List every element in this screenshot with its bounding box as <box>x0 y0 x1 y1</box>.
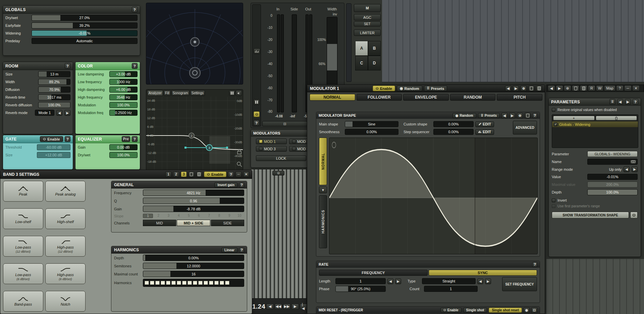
help-icon[interactable]: ? <box>65 63 70 69</box>
filter-peak-button[interactable]: Peak <box>3 181 43 202</box>
add-parameter-button[interactable]: + <box>553 116 595 120</box>
mod3-button[interactable]: MOD 3 <box>256 146 287 152</box>
width-slider[interactable]: 89.2% <box>38 79 70 85</box>
count-slider[interactable]: 1 <box>424 286 478 292</box>
help-icon[interactable]: ? <box>65 136 70 142</box>
modulator-title-bar[interactable]: MODULATOR 1 Enable ◉Random ⠿Presets ◀ ▶ … <box>307 85 545 92</box>
arrangement-grid[interactable] <box>382 0 644 82</box>
side-meter[interactable] <box>292 14 297 112</box>
gate-size-slider[interactable]: +12.00 dB <box>37 152 70 158</box>
length-slider[interactable]: 1 <box>335 278 386 284</box>
maximal-count-slider[interactable]: 16 <box>143 271 244 277</box>
advanced-button[interactable]: ADVANCED <box>513 121 537 135</box>
speaker-icon[interactable] <box>236 90 242 96</box>
name-input[interactable] <box>587 159 638 165</box>
next-icon[interactable]: ▶ <box>509 113 515 118</box>
shape-tab-normal[interactable]: NORMAL <box>319 138 327 185</box>
eq-curve-display[interactable]: 2 3 24 dB18 dB 12 dB6 dB 0 dB-6 dB -12 d… <box>146 97 243 170</box>
band-title-bar[interactable]: BAND 3 SETTINGS 1 2 3 Enable ? ─ ✕ <box>0 170 252 179</box>
lock-icon[interactable] <box>237 149 241 154</box>
keyboard-icon[interactable] <box>630 160 637 164</box>
restore-checkbox[interactable] <box>552 108 555 112</box>
reverb-diffusion-slider[interactable]: 100.0% <box>38 102 70 108</box>
copy-icon[interactable] <box>525 113 531 118</box>
filter-notch-button[interactable]: Notch <box>45 291 86 312</box>
collapsed-strip[interactable] <box>346 3 352 82</box>
paste-icon[interactable] <box>580 85 587 91</box>
next-icon[interactable]: ▶ <box>625 99 631 105</box>
map-button[interactable]: Map <box>604 85 615 91</box>
help-icon[interactable]: ? <box>132 136 138 142</box>
help-icon[interactable]: ? <box>532 113 537 118</box>
minimize-icon[interactable]: ─ <box>235 171 241 177</box>
record-button[interactable]: R <box>588 85 595 91</box>
low-frequency-slider[interactable]: 1000 Hz <box>109 79 138 85</box>
mod1-button[interactable]: ✓ MOD 1 <box>256 139 287 144</box>
slope-5[interactable]: 5 <box>184 214 194 218</box>
depth-slider[interactable]: 100.0% <box>587 189 638 195</box>
eq-pre-button[interactable]: Pre <box>122 136 130 142</box>
preset-b-button[interactable]: B <box>368 41 381 56</box>
item-checkbox[interactable]: ✓ <box>554 122 557 126</box>
semitones-slider[interactable]: 12.0000 <box>143 263 244 269</box>
presets-button[interactable]: ⠿Presets <box>424 86 447 91</box>
band-page-3[interactable]: 3 <box>181 171 187 177</box>
band-page-1[interactable]: 1 <box>165 171 171 177</box>
band-enable-button[interactable]: Enable <box>204 171 226 177</box>
minimize-icon[interactable]: ─ <box>624 85 632 91</box>
frequency-slider[interactable]: 4821 Hz <box>143 190 244 196</box>
custom-shape-slider[interactable]: 0.00% <box>433 121 474 127</box>
q-slider[interactable]: 0.96 <box>143 198 244 204</box>
slope-8[interactable]: 8 <box>214 214 224 218</box>
next-icon[interactable]: ▶ <box>632 166 638 172</box>
copy-icon[interactable] <box>572 85 579 91</box>
maximal-value-slider[interactable]: 200.0% <box>587 181 638 188</box>
help-icon[interactable]: ? <box>254 120 259 126</box>
shape-random-button[interactable]: ◉Random <box>452 113 476 118</box>
random-button[interactable]: ◉Random <box>397 86 422 91</box>
stereo-field-display[interactable] <box>146 3 243 85</box>
frequency-mode-button[interactable]: FREQUENCY <box>319 270 428 276</box>
midi-enable-button[interactable]: Enable <box>440 308 462 313</box>
gate-enable-button[interactable]: Enable <box>40 136 63 142</box>
help-icon[interactable]: ? <box>132 7 138 12</box>
source-knob[interactable] <box>191 38 199 46</box>
set-button[interactable]: SET <box>354 21 381 27</box>
copy-icon[interactable] <box>189 171 195 177</box>
band-node-3[interactable]: 3 <box>206 145 212 151</box>
dry-wet-slider[interactable]: 27.0% <box>32 15 138 21</box>
copy-icon[interactable] <box>528 86 534 91</box>
waveform-display[interactable] <box>329 138 538 254</box>
type-selector[interactable]: Straight <box>422 278 476 284</box>
mod3-checkbox[interactable] <box>259 147 263 151</box>
lock-button[interactable]: LOCK <box>256 155 306 161</box>
grid-icon[interactable]: ⠿ <box>609 99 615 105</box>
slope-3[interactable]: 3 <box>164 214 173 218</box>
eq-gain-slider[interactable]: 0.00 dB <box>109 144 138 150</box>
modulation-slider[interactable]: 100.0% <box>109 102 138 108</box>
phase-slider[interactable]: 90° (25.0%) <box>335 286 386 292</box>
channel-mid-side-button[interactable]: MID + SIDE <box>177 220 210 226</box>
help-icon[interactable]: ? <box>532 262 537 267</box>
channel-mid-button[interactable]: MID <box>143 220 176 226</box>
shape-tab-harmonics[interactable]: HARMONICS <box>319 195 327 248</box>
filter-peak-analog-button[interactable]: Peak analog <box>45 181 86 202</box>
preset-a-button[interactable]: A <box>355 41 368 56</box>
delete-parameter-button[interactable] <box>596 116 637 120</box>
size-slider[interactable]: 13 m <box>38 71 70 77</box>
agc-button[interactable]: AGC <box>354 14 381 20</box>
slope-6[interactable]: 6 <box>194 214 204 218</box>
tab-random[interactable]: RANDOM <box>450 94 496 101</box>
filter-low-shelf-button[interactable]: Low-shelf <box>3 208 43 229</box>
value-slider[interactable]: -0.01% <box>587 174 638 180</box>
listener-knob[interactable] <box>190 67 200 78</box>
pause-icon[interactable] <box>254 99 260 105</box>
high-frequency-slider[interactable]: 3548 Hz <box>109 94 138 100</box>
early-late-slider[interactable]: 39.2% <box>32 22 138 29</box>
filter-high-pass-6-button[interactable]: High-pass (6 dB/oct) <box>45 263 86 284</box>
mod2-checkbox[interactable] <box>292 140 296 143</box>
slope-7[interactable]: 7 <box>204 214 214 218</box>
reverb-mode-selector[interactable]: Mode 1 <box>35 110 54 116</box>
write-button[interactable]: W <box>596 85 603 91</box>
mod4-checkbox[interactable] <box>292 147 296 151</box>
